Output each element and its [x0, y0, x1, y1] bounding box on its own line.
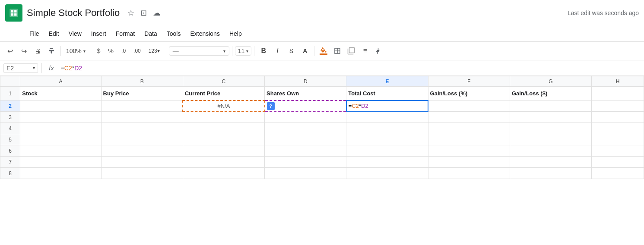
cell-a4[interactable]: [20, 123, 101, 134]
decimal-more-button[interactable]: .00: [130, 47, 144, 55]
cell-h1[interactable]: [592, 87, 644, 101]
cell-h4[interactable]: [592, 123, 644, 134]
percent-button[interactable]: %: [105, 47, 117, 55]
cell-e5[interactable]: [346, 134, 428, 145]
merge-cells-button[interactable]: [345, 44, 358, 57]
borders-button[interactable]: [331, 44, 344, 57]
cell-c5[interactable]: [183, 134, 264, 145]
cell-e1[interactable]: Total Cost: [346, 87, 428, 101]
cell-e4[interactable]: [346, 123, 428, 134]
cell-g7[interactable]: [510, 157, 591, 168]
menu-view[interactable]: View: [64, 28, 86, 39]
cell-h5[interactable]: [592, 134, 644, 145]
cell-b3[interactable]: [101, 112, 183, 123]
decimal-less-button[interactable]: .0: [118, 47, 129, 55]
menu-edit[interactable]: Edit: [44, 28, 63, 39]
col-header-h[interactable]: H: [592, 76, 644, 87]
cell-b8[interactable]: [101, 168, 183, 179]
star-icon[interactable]: ☆: [127, 8, 134, 18]
undo-button[interactable]: ↩: [3, 44, 16, 57]
cell-e6[interactable]: [346, 145, 428, 157]
text-color-button[interactable]: A: [298, 44, 311, 57]
cell-d5[interactable]: [265, 134, 346, 145]
cell-f7[interactable]: [428, 157, 510, 168]
move-icon[interactable]: ⊡: [140, 8, 147, 18]
cell-b6[interactable]: [101, 145, 183, 157]
cell-h2[interactable]: [592, 101, 644, 112]
cell-a6[interactable]: [20, 145, 101, 157]
cell-c1[interactable]: Current Price: [183, 87, 264, 101]
cell-c6[interactable]: [183, 145, 264, 157]
cell-g6[interactable]: [510, 145, 591, 157]
cell-a7[interactable]: [20, 157, 101, 168]
menu-insert[interactable]: Insert: [87, 28, 111, 39]
col-header-d[interactable]: D: [265, 76, 346, 87]
zoom-control[interactable]: 100% ▾: [63, 47, 88, 55]
menu-help[interactable]: Help: [225, 28, 246, 39]
cell-a8[interactable]: [20, 168, 101, 179]
cell-b2[interactable]: [101, 101, 183, 112]
align-button[interactable]: ≡: [358, 44, 371, 57]
col-header-g[interactable]: G: [510, 76, 591, 87]
cell-b5[interactable]: [101, 134, 183, 145]
cell-c3[interactable]: [183, 112, 264, 123]
cell-e7[interactable]: [346, 157, 428, 168]
cell-f5[interactable]: [428, 134, 510, 145]
cell-d6[interactable]: [265, 145, 346, 157]
cell-c2[interactable]: #N/A: [183, 101, 264, 112]
valign-button[interactable]: [372, 44, 385, 57]
menu-format[interactable]: Format: [111, 28, 139, 39]
cell-f1[interactable]: Gain/Loss (%): [428, 87, 510, 101]
cell-h6[interactable]: [592, 145, 644, 157]
menu-tools[interactable]: Tools: [162, 28, 185, 39]
paint-format-button[interactable]: [45, 44, 58, 57]
currency-button[interactable]: $: [94, 47, 104, 55]
cell-h8[interactable]: [592, 168, 644, 179]
cell-d3[interactable]: [265, 112, 346, 123]
cell-a3[interactable]: [20, 112, 101, 123]
cell-f4[interactable]: [428, 123, 510, 134]
menu-extensions[interactable]: Extensions: [186, 28, 224, 39]
col-header-a[interactable]: A: [20, 76, 101, 87]
col-header-b[interactable]: B: [101, 76, 183, 87]
cell-b7[interactable]: [101, 157, 183, 168]
cell-d7[interactable]: [265, 157, 346, 168]
cell-b4[interactable]: [101, 123, 183, 134]
font-name-control[interactable]: — ▾: [169, 46, 229, 56]
font-size-control[interactable]: 11 ▾: [235, 46, 252, 56]
cell-f2[interactable]: [428, 101, 510, 112]
menu-data[interactable]: Data: [140, 28, 162, 39]
menu-file[interactable]: File: [25, 28, 44, 39]
cell-e8[interactable]: [346, 168, 428, 179]
cell-d1[interactable]: Shares Own: [265, 87, 346, 101]
cell-e2[interactable]: =C2*D2: [346, 101, 428, 112]
fill-color-button[interactable]: [317, 44, 330, 57]
print-button[interactable]: 🖨: [31, 44, 44, 57]
cell-d2[interactable]: ?: [265, 101, 346, 112]
col-header-e[interactable]: E: [346, 76, 428, 87]
cell-d8[interactable]: [265, 168, 346, 179]
cell-b1[interactable]: Buy Price: [101, 87, 183, 101]
cell-g2[interactable]: [510, 101, 591, 112]
cell-a2[interactable]: [20, 101, 101, 112]
cell-e3[interactable]: [346, 112, 428, 123]
cell-f6[interactable]: [428, 145, 510, 157]
cell-reference[interactable]: E2 ▾: [3, 63, 38, 73]
cell-d4[interactable]: [265, 123, 346, 134]
cell-c8[interactable]: [183, 168, 264, 179]
redo-button[interactable]: ↪: [17, 44, 30, 57]
col-header-c[interactable]: C: [183, 76, 264, 87]
cell-a1[interactable]: Stock: [20, 87, 101, 101]
cell-f3[interactable]: [428, 112, 510, 123]
italic-button[interactable]: I: [271, 44, 284, 57]
cell-g4[interactable]: [510, 123, 591, 134]
col-header-f[interactable]: F: [428, 76, 510, 87]
cell-a5[interactable]: [20, 134, 101, 145]
cell-g1[interactable]: Gain/Loss ($): [510, 87, 591, 101]
bold-button[interactable]: B: [257, 44, 270, 57]
cell-h7[interactable]: [592, 157, 644, 168]
cell-c4[interactable]: [183, 123, 264, 134]
format-123-button[interactable]: 123▾: [145, 47, 163, 55]
cell-g3[interactable]: [510, 112, 591, 123]
cloud-icon[interactable]: ☁: [153, 8, 161, 18]
